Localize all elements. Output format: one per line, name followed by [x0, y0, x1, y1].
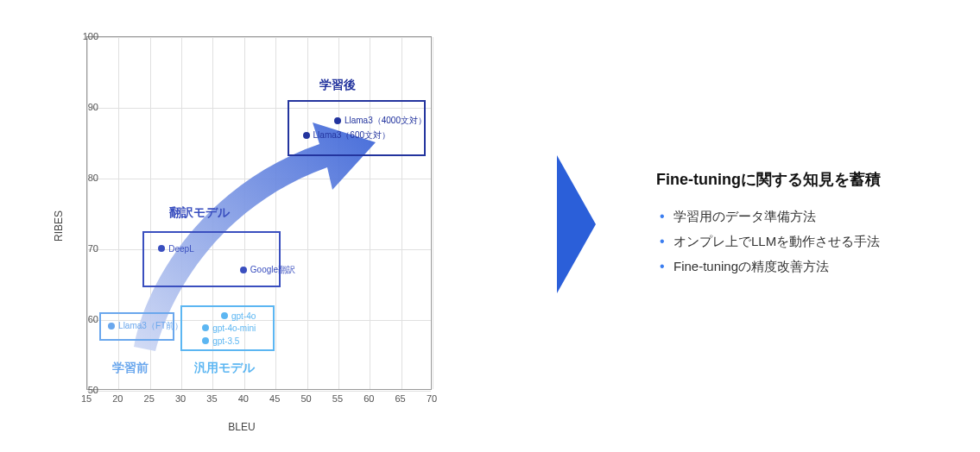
y-tick: 60: [88, 314, 98, 324]
point-label: Llama3（4000文対）: [345, 115, 427, 127]
data-point: [240, 267, 247, 273]
y-tick: 70: [88, 243, 98, 254]
y-axis-label: RIBES: [53, 210, 65, 242]
bullet-item: 学習用のデータ準備方法: [656, 209, 945, 225]
point-label: Google翻訳: [250, 264, 295, 276]
group-title: 学習後: [319, 78, 356, 93]
y-tick: 100: [83, 31, 98, 41]
group-box: [142, 231, 281, 288]
x-tick: 55: [332, 393, 343, 404]
bullet-item: Fine-tuningの精度改善方法: [656, 259, 945, 275]
y-tick: 50: [88, 385, 98, 395]
summary-title: Fine-tuningに関する知見を蓄積: [656, 169, 945, 190]
data-point: [108, 323, 115, 330]
point-label: Llama3（FT前）: [118, 320, 183, 332]
group-title: 汎用モデル: [194, 361, 255, 376]
x-tick: 30: [175, 393, 186, 404]
svg-marker-0: [557, 155, 596, 293]
x-tick: 50: [300, 393, 311, 404]
data-point: [202, 337, 209, 344]
x-tick: 45: [269, 393, 280, 404]
x-tick: 60: [364, 393, 374, 404]
point-label: gpt-3.5: [212, 336, 239, 345]
point-label: DeepL: [168, 244, 193, 254]
y-tick: 90: [88, 102, 98, 112]
scatter-chart: RIBES BLEU 15202530354045505560657050607…: [35, 19, 449, 433]
x-tick: 20: [112, 393, 123, 404]
bullet-list: 学習用のデータ準備方法オンプレ上でLLMを動作させる手法Fine-tuningの…: [656, 209, 945, 275]
data-point: [202, 324, 209, 331]
data-point: [334, 117, 341, 124]
chevron-right-icon: [553, 147, 604, 305]
bullet-item: オンプレ上でLLMを動作させる手法: [656, 234, 945, 250]
y-tick: 80: [88, 173, 98, 183]
point-label: Llama3（600文対）: [313, 129, 390, 141]
point-label: gpt-4o: [231, 311, 256, 320]
group-title: 学習前: [112, 361, 149, 376]
summary-panel: Fine-tuningに関する知見を蓄積 学習用のデータ準備方法オンプレ上でLL…: [656, 169, 945, 284]
data-point: [303, 132, 310, 139]
x-axis-label: BLEU: [228, 421, 255, 433]
point-label: gpt-4o-mini: [212, 323, 256, 332]
x-tick: 65: [395, 393, 406, 404]
data-point: [158, 245, 165, 252]
group-box: [288, 100, 426, 157]
x-tick: 70: [427, 393, 437, 404]
x-tick: 40: [238, 393, 249, 404]
data-point: [221, 312, 228, 319]
group-title: 翻訳モデル: [169, 205, 230, 221]
x-tick: 25: [144, 393, 155, 404]
x-tick: 35: [206, 393, 217, 404]
